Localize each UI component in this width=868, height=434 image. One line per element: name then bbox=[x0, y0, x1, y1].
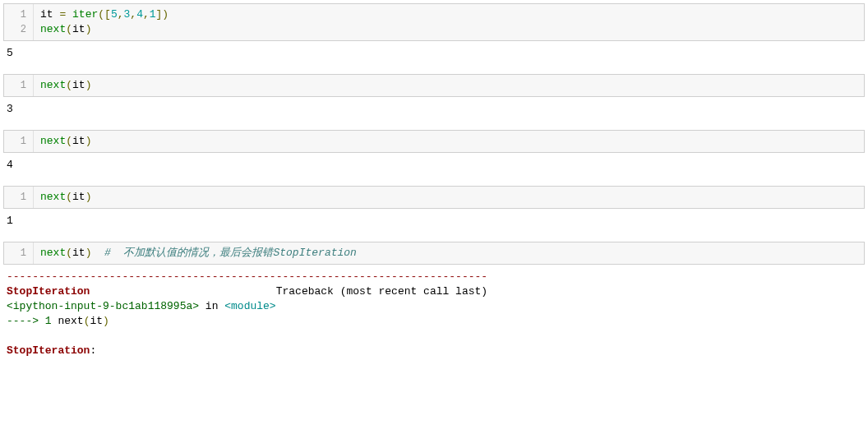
code-token: 4 bbox=[136, 8, 143, 21]
line-number-gutter: 1 bbox=[4, 75, 34, 96]
line-number-gutter: 1 bbox=[4, 187, 34, 208]
line-number: 1 bbox=[4, 134, 33, 149]
line-number-gutter: 12 bbox=[4, 4, 34, 40]
cell-output: 5 bbox=[3, 41, 865, 72]
code-token: it bbox=[72, 191, 85, 203]
code-token: it bbox=[72, 23, 85, 35]
traceback-final-err: StopIteration bbox=[7, 344, 90, 357]
code-content[interactable]: next(it) bbox=[34, 75, 864, 96]
code-cell[interactable]: 1next(it) bbox=[3, 130, 865, 153]
code-cell[interactable]: 12it = iter([5,3,4,1])next(it) bbox=[3, 3, 865, 41]
traceback-call-arg: it bbox=[90, 315, 103, 327]
code-token: ( bbox=[66, 79, 72, 91]
line-number-gutter: 1 bbox=[4, 131, 34, 152]
code-token: ( bbox=[66, 135, 72, 147]
traceback-blank bbox=[7, 329, 861, 344]
code-token: it bbox=[72, 247, 85, 259]
code-token: ) bbox=[85, 191, 92, 203]
code-token: , bbox=[130, 8, 136, 21]
cell-output: 3 bbox=[3, 97, 865, 128]
notebook-cell: 1next(it)3 bbox=[3, 74, 865, 128]
traceback-label: Traceback (most recent call last) bbox=[276, 285, 487, 298]
code-token: next bbox=[40, 191, 66, 203]
code-cell[interactable]: 1next(it) # 不加默认值的情况，最后会报错StopIteration bbox=[3, 242, 865, 265]
code-token: # 不加默认值的情况，最后会报错StopIteration bbox=[104, 247, 357, 259]
traceback-in-word: in bbox=[199, 300, 224, 312]
notebook-cell: 1next(it)4 bbox=[3, 130, 865, 184]
notebook-cell: 1next(it)1 bbox=[3, 186, 865, 240]
code-token: ( bbox=[66, 247, 72, 259]
line-number: 1 bbox=[4, 246, 33, 261]
code-cell[interactable]: 1next(it) bbox=[3, 186, 865, 209]
code-token: 1 bbox=[150, 8, 156, 21]
line-number: 1 bbox=[4, 190, 33, 205]
code-token: it bbox=[72, 79, 85, 91]
line-number: 1 bbox=[4, 7, 33, 22]
notebook-cell: 1next(it) # 不加默认值的情况，最后会报错StopIteration-… bbox=[3, 242, 865, 363]
code-token: it bbox=[72, 135, 85, 147]
code-token: ) bbox=[85, 79, 92, 91]
code-token: ) bbox=[85, 23, 92, 35]
code-token: ([ bbox=[98, 8, 111, 21]
code-token: ( bbox=[66, 191, 72, 203]
code-content[interactable]: next(it) bbox=[34, 187, 864, 208]
traceback-errname: StopIteration bbox=[7, 285, 90, 298]
code-line[interactable]: next(it) bbox=[40, 22, 857, 37]
code-line[interactable]: next(it) bbox=[40, 78, 857, 93]
code-token: ]) bbox=[156, 8, 169, 21]
code-token bbox=[91, 247, 104, 259]
traceback-arrow: ----> bbox=[7, 315, 45, 327]
code-token: it bbox=[40, 8, 53, 21]
code-content[interactable]: next(it) bbox=[34, 131, 864, 152]
traceback-module-ref: <module> bbox=[224, 300, 275, 312]
code-token: , bbox=[118, 8, 124, 21]
code-content[interactable]: it = iter([5,3,4,1])next(it) bbox=[34, 4, 864, 40]
code-line[interactable]: it = iter([5,3,4,1]) bbox=[40, 7, 857, 22]
traceback-call-close: ) bbox=[103, 315, 109, 327]
code-token: next bbox=[40, 79, 66, 91]
code-line[interactable]: next(it) # 不加默认值的情况，最后会报错StopIteration bbox=[40, 246, 857, 261]
traceback-call-next: next bbox=[58, 315, 83, 327]
cell-output: 4 bbox=[3, 153, 865, 184]
code-token: , bbox=[143, 8, 150, 21]
code-line[interactable]: next(it) bbox=[40, 134, 857, 149]
traceback-separator: ----------------------------------------… bbox=[7, 270, 487, 283]
line-number-gutter: 1 bbox=[4, 242, 34, 264]
traceback-final-colon: : bbox=[90, 344, 103, 357]
line-number: 1 bbox=[4, 78, 33, 93]
code-cell[interactable]: 1next(it) bbox=[3, 74, 865, 97]
code-token: iter bbox=[72, 8, 98, 21]
code-token: ( bbox=[66, 23, 72, 35]
code-token: next bbox=[40, 247, 66, 259]
code-token: next bbox=[40, 135, 66, 147]
traceback: ----------------------------------------… bbox=[3, 265, 865, 363]
code-token bbox=[66, 8, 72, 21]
notebook-cell: 12it = iter([5,3,4,1])next(it)5 bbox=[3, 3, 865, 72]
traceback-lineno: 1 bbox=[45, 315, 52, 327]
code-content[interactable]: next(it) # 不加默认值的情况，最后会报错StopIteration bbox=[34, 242, 864, 264]
code-line[interactable]: next(it) bbox=[40, 190, 857, 205]
traceback-spacer bbox=[90, 285, 275, 298]
code-token: 5 bbox=[111, 8, 118, 21]
line-number: 2 bbox=[4, 22, 33, 37]
traceback-input-ref: <ipython-input-9-bc1ab118995a> bbox=[7, 300, 199, 312]
cell-output: 1 bbox=[3, 209, 865, 240]
code-token: next bbox=[40, 23, 66, 35]
code-token: ) bbox=[85, 135, 92, 147]
